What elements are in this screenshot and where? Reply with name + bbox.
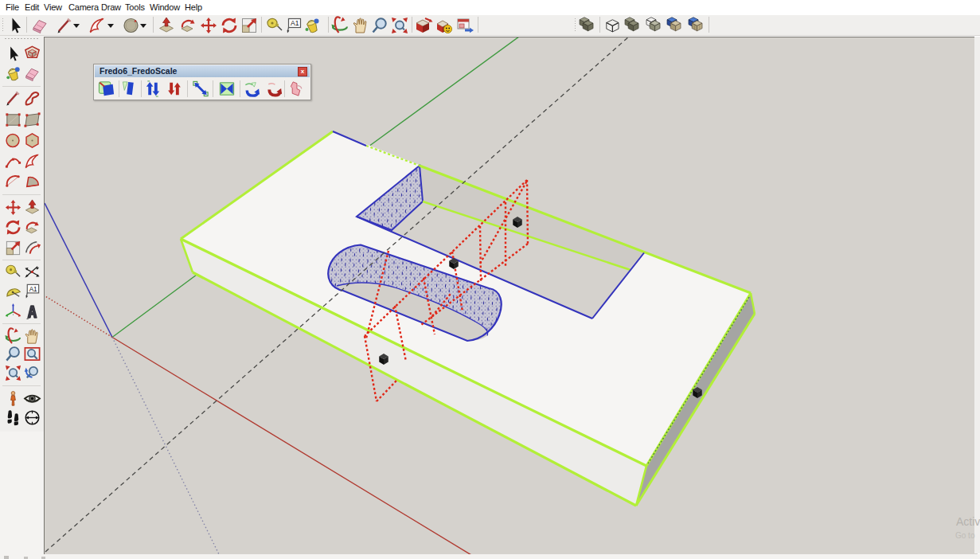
svg-text:A1: A1: [291, 19, 299, 27]
svg-text:A1: A1: [29, 286, 37, 293]
